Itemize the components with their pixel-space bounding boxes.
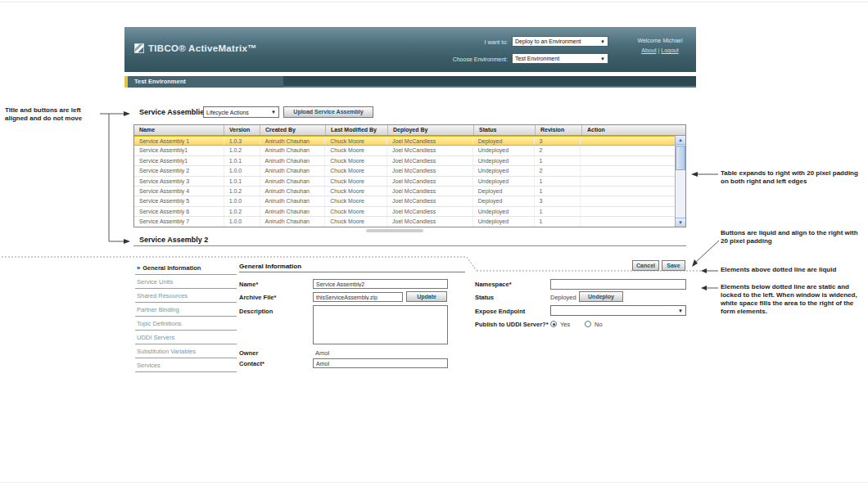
logout-link[interactable]: Logout [661,47,678,53]
save-button[interactable]: Save [662,260,685,271]
sidebar-item-label: Topic Definitions [137,320,182,327]
cell-deployed-by: Joel McCandless [387,207,473,216]
column-header-deployed-by[interactable]: Deployed By [388,125,474,135]
update-button[interactable]: Update [406,291,447,302]
choose-environment-select[interactable]: Test Environment ▼ [512,53,608,64]
table-row[interactable]: Service Assembly 71.0.0Anirudh ChauhanCh… [134,217,675,227]
cell-status: Undeployed [473,207,535,216]
cell-created-by: Anirudh Chauhan [260,177,326,186]
cell-last-modified-by: Chuck Moore [325,187,387,196]
cell-status: Undeployed [473,217,535,226]
cell-revision: 1 [535,187,581,196]
sidebar-item-label: Shared Resources [137,292,188,299]
scroll-up-icon[interactable]: ▲ [676,136,685,145]
sidebar-item-service-units[interactable]: Service Units [135,275,237,289]
table-body: Service Assembly 11.0.3Anirudh ChauhanCh… [134,136,675,227]
cell-status: Undeployed [473,156,535,165]
cell-created-by: Anirudh Chauhan [260,137,326,145]
cell-action [581,187,675,196]
selected-marker-icon: » [137,264,140,272]
column-header-status[interactable]: Status [474,125,536,135]
table-row[interactable]: Service Assembly 31.0.1Anirudh ChauhanCh… [134,177,675,187]
column-header-created-by[interactable]: Created By [260,125,326,135]
upload-service-assembly-button[interactable]: Upload Service Assembly [283,106,373,118]
column-header-revision[interactable]: Revision [536,125,582,135]
cell-last-modified-by: Chuck Moore [325,146,387,155]
expose-endpoint-select[interactable]: ▼ [550,305,686,316]
detail-title: Service Assembly 2 [139,236,208,244]
i-want-to-value: Deploy to an Environment [515,37,581,46]
table-scrollbar[interactable]: ▲ ▼ [675,136,685,227]
i-want-to-select[interactable]: Deploy to an Environment ▼ [512,36,608,47]
annotation-above-dotted: Elements above dotted line are liquid [721,266,868,274]
contact-field[interactable] [313,358,448,368]
cell-deployed-by: Joel McCandless [387,156,473,165]
column-header-name[interactable]: Name [134,125,224,135]
table-horizontal-scrollbar[interactable] [366,229,423,232]
cell-version: 1.0.1 [224,177,260,186]
table-row[interactable]: Service Assembly 21.0.0Anirudh ChauhanCh… [134,166,675,176]
sidebar-item-label: Partner Binding [137,306,179,313]
cell-revision: 1 [535,217,581,226]
cell-last-modified-by: Chuck Moore [325,207,387,216]
sidebar-item-partner-binding[interactable]: Partner Binding [135,303,237,317]
cell-name: Service Assembly 2 [134,166,224,175]
cell-created-by: Anirudh Chauhan [260,166,326,175]
sidebar-item-general-information[interactable]: »General Information [135,261,237,275]
table-row[interactable]: Service Assembly 51.0.0Anirudh ChauhanCh… [134,196,675,206]
cell-name: Service Assembly 6 [134,207,224,216]
cancel-button[interactable]: Cancel [632,260,659,271]
cell-name: Service Assembly 4 [134,187,224,196]
column-header-version[interactable]: Version [224,125,260,135]
table-row[interactable]: Service Assembly 11.0.3Anirudh ChauhanCh… [134,136,675,146]
cell-status: Deployed [473,196,535,205]
about-link[interactable]: About [641,47,656,53]
sidebar-item-label: General Information [142,264,201,272]
table-row[interactable]: Service Assembly 61.0.2Anirudh ChauhanCh… [134,207,675,217]
expose-endpoint-label: Expose Endpoint [475,308,525,315]
scroll-down-icon[interactable]: ▼ [676,218,685,227]
undeploy-button[interactable]: Undeploy [579,291,623,302]
cell-status: Undeployed [473,177,535,186]
status-label: Status [475,294,494,301]
name-field[interactable] [313,279,448,289]
detail-title-rule [133,245,686,246]
cell-name: Service Assembly1 [134,146,224,155]
cell-deployed-by: Joel McCandless [387,217,473,226]
table-row[interactable]: Service Assembly11.0.2Anirudh ChauhanChu… [134,146,675,155]
sidebar-item-topic-definitions[interactable]: Topic Definitions [135,317,237,331]
sidebar-item-shared-resources[interactable]: Shared Resources [135,289,237,303]
cell-deployed-by: Joel McCandless [387,196,473,205]
namespace-field[interactable] [550,279,686,290]
name-label: Name* [239,281,258,288]
scrollbar-thumb[interactable] [676,146,685,170]
cell-last-modified-by: Chuck Moore [325,166,387,175]
contact-label: Contact* [239,360,264,367]
archive-file-field[interactable] [313,292,403,302]
sidebar-item-uddi-servers[interactable]: UDDI Servers [135,331,237,344]
table-row[interactable]: Service Assembly11.0.1Anirudh ChauhanChu… [134,156,675,166]
publish-yes-label: Yes [560,321,570,328]
cell-version: 1.0.2 [224,207,260,216]
cell-last-modified-by: Chuck Moore [325,137,387,145]
column-header-last-modified-by[interactable]: Last Modified By [326,125,388,135]
sidebar-item-substitution-variables[interactable]: Substitution Variables [135,344,237,358]
sidebar-item-label: UDDI Servers [137,334,174,341]
page: TIBCO® ActiveMatrix™ I want to: Deploy t… [0,0,868,486]
lifecycle-actions-select[interactable]: Lifecycle Actions ▼ [203,106,279,118]
cell-action [581,217,675,226]
form-section-title: General Information [239,263,301,270]
environment-tab-label: Test Environment [134,76,186,88]
tibco-logo-icon [134,43,144,53]
cell-name: Service Assembly 3 [134,177,224,186]
form-section-rule [239,272,465,272]
cell-version: 1.0.0 [224,166,260,175]
column-header-action[interactable]: Action [582,125,676,135]
publish-no-radio[interactable] [585,321,591,327]
description-field[interactable] [313,305,448,344]
publish-yes-radio[interactable] [550,321,557,327]
sidebar-item-services[interactable]: Services [135,358,237,372]
cell-created-by: Anirudh Chauhan [260,146,326,155]
table-row[interactable]: Service Assembly 41.0.2Anirudh ChauhanCh… [134,187,675,196]
sidebar-item-label: Services [137,362,160,369]
